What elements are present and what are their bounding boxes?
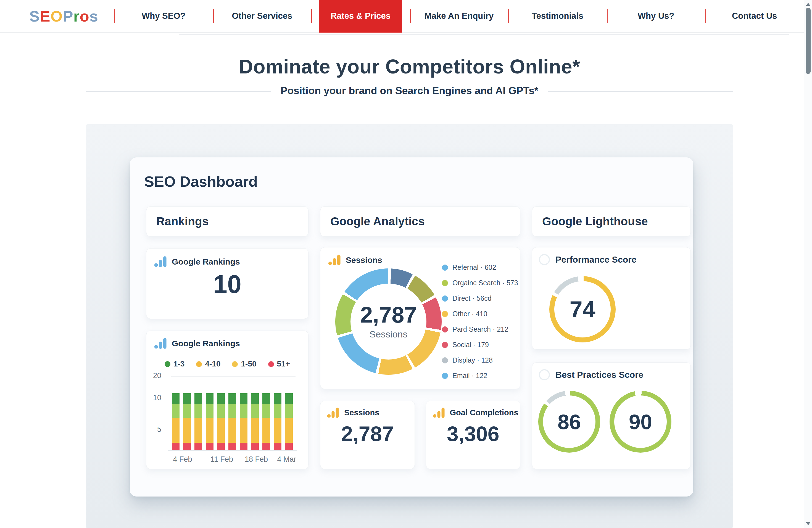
legend-item: Social · 179	[442, 341, 518, 349]
dashboard-section: SEO Dashboard Rankings Google Rankings 1…	[86, 124, 733, 528]
logo-letter: s	[89, 7, 98, 25]
legend-dot	[442, 373, 448, 379]
logo-letter: O	[50, 7, 63, 25]
legend-item: 51+	[268, 360, 290, 368]
best-practices-gauge-right: 90	[610, 391, 671, 453]
bar-segment	[206, 418, 214, 443]
bar-segment	[217, 404, 225, 417]
nav-item-testimonials[interactable]: Testimonials	[508, 0, 607, 32]
bar-segment	[262, 443, 270, 450]
legend-dot	[442, 357, 448, 363]
bar-segment	[183, 443, 191, 450]
rankings-chart-legend: 1-3 4-10 1-50 51+	[146, 360, 308, 368]
bar-segment	[251, 404, 259, 417]
bar-segment	[172, 393, 179, 404]
legend-dot	[442, 280, 448, 286]
google-rankings-chart-card: Google Rankings 1-3 4-10 1-50 51+ 20 10 …	[146, 331, 308, 469]
nav-item-other-services[interactable]: Other Services	[213, 0, 311, 32]
lighthouse-header-card: Google Lighthouse	[532, 206, 691, 237]
legend-dot	[164, 361, 170, 367]
nav-item-contact-us[interactable]: Contact Us	[705, 0, 804, 32]
y-axis-tick: 10	[147, 394, 161, 402]
bar-segment	[228, 418, 236, 443]
bar-chart-icon	[433, 408, 445, 418]
performance-gauge: 74	[549, 276, 615, 342]
x-axis-tick: 11 Feb	[211, 455, 233, 464]
y-axis-tick: 5	[147, 425, 161, 434]
stacked-bar	[217, 393, 225, 450]
scrollbar[interactable]	[804, 0, 812, 528]
circle-icon	[539, 254, 550, 265]
logo-letter: P	[63, 7, 73, 25]
circle-icon	[539, 369, 550, 380]
logo-letter: E	[40, 7, 50, 25]
legend-item: Refernal · 602	[442, 263, 518, 272]
legend-dot	[442, 295, 448, 302]
nav-item-why-seo[interactable]: Why SEO?	[114, 0, 213, 32]
bar-segment	[217, 393, 225, 404]
bar-segment	[217, 443, 225, 450]
scrollbar-thumb[interactable]	[806, 8, 811, 74]
nav-item-rates-prices[interactable]: Rates & Prices	[311, 0, 410, 32]
nav-item-why-us[interactable]: Why Us?	[607, 0, 706, 32]
bar-chart-icon	[154, 338, 167, 349]
x-axis-tick: 4 Mar	[277, 455, 296, 464]
bar-segment	[183, 393, 191, 404]
scroll-up-arrow[interactable]	[806, 3, 810, 6]
bar-chart-icon	[154, 256, 167, 267]
bar-segment	[274, 404, 281, 417]
stacked-bar	[240, 393, 247, 450]
legend-dot	[232, 361, 238, 367]
legend-dot	[442, 326, 448, 333]
bar-segment	[194, 443, 202, 450]
bar-segment	[172, 404, 179, 417]
card-title: Google Rankings	[172, 339, 240, 348]
page: SEOPros Why SEO? Other Services Rates & …	[0, 0, 812, 528]
bar-segment	[228, 404, 236, 417]
bar-segment	[206, 393, 214, 404]
logo-letter: o	[79, 7, 89, 25]
seo-dashboard-card: SEO Dashboard Rankings Google Rankings 1…	[130, 157, 693, 497]
sessions-donut-chart: 2,787 Sessions	[335, 268, 441, 375]
bar-segment	[274, 418, 281, 443]
card-title: Best Practices Score	[555, 370, 643, 380]
legend-item: Display · 128	[442, 356, 518, 364]
google-rankings-value-card: Google Rankings 10	[146, 248, 308, 319]
stacked-bar	[274, 393, 281, 450]
nav-item-make-enquiry[interactable]: Make An Enquiry	[410, 0, 508, 32]
legend-item: Pard Search · 212	[442, 325, 518, 333]
bar-segment	[285, 443, 293, 450]
google-rankings-value: 10	[146, 272, 308, 297]
bar-segment	[240, 443, 247, 450]
sessions-total: 2,787	[360, 304, 417, 326]
bar-segment	[285, 404, 293, 417]
bar-segment	[240, 418, 247, 443]
bar-segment	[274, 393, 281, 404]
top-nav: SEOPros Why SEO? Other Services Rates & …	[0, 0, 812, 33]
stacked-bar	[194, 393, 202, 450]
scroll-down-arrow[interactable]	[806, 522, 810, 525]
x-axis-tick: 18 Feb	[245, 455, 268, 464]
bar-segment	[262, 418, 270, 443]
sessions-donut-card: Sessions 2,787 Sessions Refernal · 602 O…	[320, 247, 520, 389]
logo-letter: S	[29, 7, 40, 25]
bar-segment	[206, 443, 214, 450]
legend-item: 1-3	[164, 360, 185, 368]
stacked-bar	[183, 393, 191, 450]
logo[interactable]: SEOPros	[0, 0, 114, 32]
x-axis-line	[168, 450, 297, 451]
bar-segment	[183, 418, 191, 443]
best-practices-value-right: 90	[614, 395, 667, 448]
gridline	[171, 376, 295, 377]
bar-chart-icon	[327, 408, 339, 418]
dashboard-title: SEO Dashboard	[144, 173, 258, 190]
bar-segment	[172, 443, 179, 450]
card-title: Google Rankings	[172, 257, 240, 266]
analytics-header: Google Analytics	[330, 215, 425, 228]
bar-segment	[183, 404, 191, 417]
nav-menu: Why SEO? Other Services Rates & Prices M…	[114, 0, 804, 32]
legend-item: Email · 122	[442, 372, 518, 380]
card-title: Performance Score	[555, 254, 636, 265]
legend-dot	[442, 311, 448, 317]
sessions-value-card: Sessions 2,787	[320, 401, 415, 469]
